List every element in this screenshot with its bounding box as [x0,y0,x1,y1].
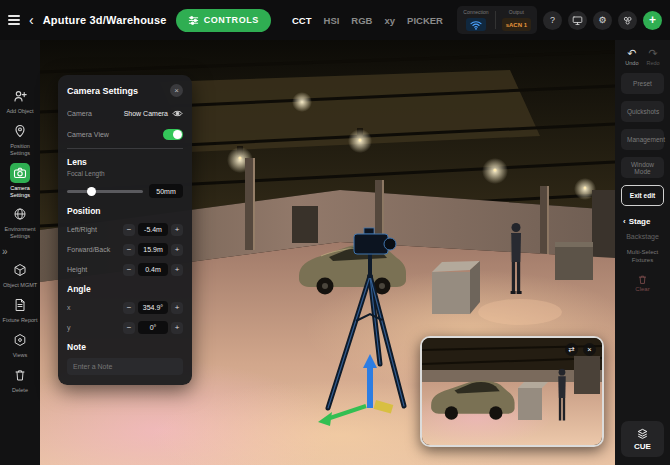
undo-button[interactable]: ↶ Undo [625,48,638,66]
forward-back-label: Forward/Back [67,246,123,253]
sidebar-item-object-mgmt[interactable]: Object MGMT [1,258,39,291]
camera-preview-window[interactable]: ⇄ × [420,336,604,447]
right-sidebar: ↶ Undo ↷ Redo Preset Quickshots Manageme… [615,40,670,465]
topbar-left: ‹ Aputure 3d/Warehouse CONTROLS CCT HSI … [8,9,443,32]
sidebar-item-label: Camera Settings [2,185,38,199]
tab-rgb[interactable]: RGB [351,15,372,26]
sidebar-item-label: Add Object [2,108,38,115]
height-label: Height [67,266,123,273]
position-heading: Position [67,206,183,216]
focal-length-slider[interactable] [67,186,143,196]
sidebar-expand-button[interactable]: » [2,246,8,257]
stage-selector[interactable]: ‹ Stage [621,217,650,226]
angle-x-minus-button[interactable]: − [123,302,135,314]
camera-label: Camera [67,110,124,117]
topbar: ‹ Aputure 3d/Warehouse CONTROLS CCT HSI … [0,0,670,40]
tab-hsi[interactable]: HSI [324,15,340,26]
angle-heading: Angle [67,284,183,294]
tab-cct[interactable]: CCT [292,15,312,26]
apps-icon [622,15,633,26]
sidebar-item-label: Delete [2,387,38,394]
wifi-icon [466,18,486,31]
management-button[interactable]: Management [621,129,664,150]
sidebar-item-delete[interactable]: Delete [1,363,39,396]
angle-x-plus-button[interactable]: + [171,302,183,314]
clear-button[interactable]: Clear [635,274,649,292]
lens-heading: Lens [67,157,183,167]
chevron-left-icon: ‹ [623,217,626,226]
camera-view-toggle[interactable] [163,129,183,140]
sidebar-item-environment-settings[interactable]: Environment Settings [1,202,39,242]
pip-close-button[interactable]: × [583,343,596,356]
environment-globe-icon [10,204,30,224]
page-title: Aputure 3d/Warehouse [43,14,167,26]
back-button[interactable]: ‹ [29,13,34,27]
help-button[interactable]: ? [543,11,562,30]
sidebar-item-label: Object MGMT [2,282,38,289]
cue-label: CUE [634,442,651,451]
output-label: Output [509,9,524,15]
undo-icon: ↶ [627,48,636,59]
forward-back-plus-button[interactable]: + [171,244,183,256]
close-icon: × [587,345,591,354]
topbar-right: Connection Output [457,6,662,34]
forward-back-minus-button[interactable]: − [123,244,135,256]
height-plus-button[interactable]: + [171,264,183,276]
camera-icon [10,163,30,183]
close-icon: × [174,86,179,95]
left-right-plus-button[interactable]: + [171,224,183,236]
clear-label: Clear [635,286,649,292]
note-input[interactable] [67,358,183,375]
forward-back-value[interactable]: 15.9m [138,243,168,256]
angle-y-label: y [67,324,123,331]
focal-length-value[interactable]: 50mm [149,184,183,198]
multi-select-fixtures-toggle[interactable]: Multi-Select Fixtures [623,249,663,265]
cue-button[interactable]: CUE [621,421,664,457]
angle-y-value[interactable]: 0° [138,321,168,334]
redo-label: Redo [647,60,660,66]
menu-button[interactable] [8,13,20,27]
trash-icon [637,274,648,285]
layers-icon [636,428,649,440]
controls-label: CONTROLS [204,15,259,25]
window-mode-button[interactable]: Window Mode [621,157,664,178]
sidebar-item-add-object[interactable]: Add Object [1,84,39,117]
angle-x-value[interactable]: 354.9° [138,301,168,314]
exit-edit-button[interactable]: Exit edit [621,185,664,206]
left-right-value[interactable]: -5.4m [138,223,168,236]
display-button[interactable] [568,11,587,30]
panel-close-button[interactable]: × [170,84,183,97]
output-column: Output sACN 1 [502,8,531,32]
tab-picker[interactable]: PICKER [407,15,443,26]
redo-button[interactable]: ↷ Redo [647,48,660,66]
position-pin-icon [10,121,30,141]
pip-swap-button[interactable]: ⇄ [565,343,578,356]
quickshots-button[interactable]: Quickshots [621,101,664,122]
preset-button[interactable]: Preset [621,73,664,94]
angle-x-label: x [67,304,123,311]
sidebar-item-fixture-report[interactable]: Fixture Report [1,293,39,326]
angle-y-plus-button[interactable]: + [171,322,183,334]
left-right-minus-button[interactable]: − [123,224,135,236]
settings-button[interactable]: ⚙ [593,11,612,30]
sidebar-item-views[interactable]: Views [1,328,39,361]
controls-button[interactable]: CONTROLS [176,9,271,32]
height-minus-button[interactable]: − [123,264,135,276]
backstage-button[interactable]: Backstage [626,233,659,240]
back-icon: ‹ [29,13,34,27]
connection-output-widget[interactable]: Connection Output [457,6,537,34]
height-value[interactable]: 0.4m [138,263,168,276]
eye-icon[interactable] [172,104,183,122]
slider-knob[interactable] [87,187,96,196]
camera-settings-panel: Camera Settings × Camera Show Camera Cam… [58,75,192,385]
stage-label: Stage [629,217,651,226]
sidebar-item-label: Fixture Report [2,317,38,324]
left-sidebar: Add Object Position Settings Camera Sett… [0,40,40,465]
apps-button[interactable] [618,11,637,30]
tab-xy[interactable]: xy [384,15,395,26]
add-button[interactable]: + [643,11,662,30]
angle-y-minus-button[interactable]: − [123,322,135,334]
sidebar-item-label: Environment Settings [2,226,38,240]
sidebar-item-camera-settings[interactable]: Camera Settings [1,161,39,201]
sidebar-item-position-settings[interactable]: Position Settings [1,119,39,159]
